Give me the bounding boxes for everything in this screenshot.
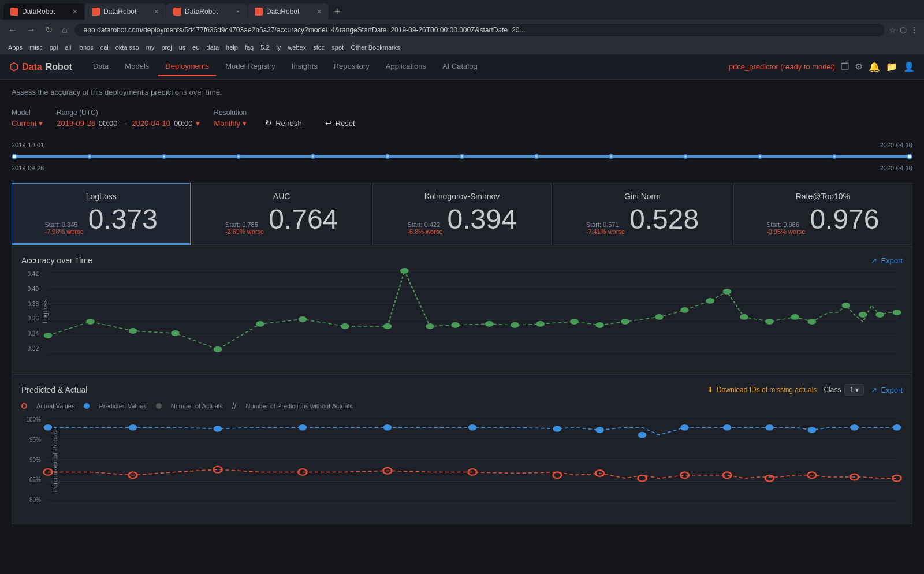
tab-1[interactable]: DataRobot × bbox=[3, 3, 84, 20]
page-content: Assess the accuracy of this deployment's… bbox=[0, 80, 924, 524]
tab-close-3[interactable]: × bbox=[236, 7, 240, 16]
bm-apps[interactable]: Apps bbox=[6, 43, 25, 52]
predicted-chart-inner: Percentage of Records bbox=[48, 416, 897, 503]
tab-close-4[interactable]: × bbox=[317, 7, 322, 16]
nav-data[interactable]: Data bbox=[86, 57, 116, 76]
bm-misc[interactable]: misc bbox=[27, 43, 45, 52]
extension-icon[interactable]: ⬡ bbox=[900, 25, 907, 35]
forward-button[interactable]: → bbox=[24, 24, 38, 36]
y-tick-5: 0.32 bbox=[28, 345, 39, 352]
timeline-dot-7 bbox=[534, 154, 539, 159]
resolution-label: Resolution bbox=[214, 109, 247, 117]
metric-rate-meta: Start: 0.986 -0.95% worse bbox=[766, 221, 805, 235]
reset-button[interactable]: ↩ Reset bbox=[321, 116, 360, 130]
resolution-dropdown[interactable]: Monthly ▾ bbox=[214, 119, 247, 128]
range-start-time: 00:00 bbox=[99, 119, 118, 128]
bm-faq[interactable]: faq bbox=[243, 43, 256, 52]
model-dropdown[interactable]: Current ▾ bbox=[12, 119, 43, 128]
metric-rate[interactable]: Rate@Top10% Start: 0.986 -0.95% worse 0.… bbox=[733, 183, 912, 245]
metric-ks[interactable]: Kolmogorov-Smirnov Start: 0.422 -6.8% wo… bbox=[372, 183, 552, 245]
y2-tick-4: 80% bbox=[29, 497, 41, 503]
nav-applications[interactable]: Applications bbox=[379, 57, 433, 76]
class-dropdown[interactable]: 1 ▾ bbox=[844, 384, 864, 396]
bm-eu[interactable]: eu bbox=[190, 43, 202, 52]
metric-gini[interactable]: Gini Norm Start: 0.571 -7.41% worse 0.52… bbox=[553, 183, 732, 245]
predicted-export-button[interactable]: ↗ Export bbox=[871, 386, 903, 394]
back-button[interactable]: ← bbox=[6, 24, 20, 36]
range-display: 2019-09-26 00:00 → 2020-04-10 00:00 ▾ bbox=[57, 119, 200, 128]
menu-icon[interactable]: ⋮ bbox=[910, 25, 918, 35]
bm-cal[interactable]: cal bbox=[98, 43, 111, 52]
share-icon[interactable]: ❐ bbox=[841, 61, 849, 72]
tab-close-1[interactable]: × bbox=[73, 7, 77, 16]
bm-lonos[interactable]: lonos bbox=[76, 43, 95, 52]
accuracy-export-button[interactable]: ↗ Export bbox=[871, 256, 903, 265]
range-value[interactable]: 2019-09-26 00:00 → 2020-04-10 00:00 ▾ bbox=[57, 119, 200, 128]
bm-other[interactable]: Other Bookmarks bbox=[348, 43, 403, 52]
tab-4[interactable]: DataRobot × bbox=[248, 3, 329, 20]
browser-icons: ☆ ⬡ ⋮ bbox=[889, 25, 918, 35]
metric-logloss-value: 0.373 bbox=[88, 203, 158, 235]
bm-help[interactable]: help bbox=[223, 43, 240, 52]
timeline-top-left: 2019-10-01 bbox=[12, 141, 44, 148]
bm-us[interactable]: us bbox=[177, 43, 188, 52]
metric-logloss[interactable]: LogLoss Start: 0.345 -7.98% worse 0.373 bbox=[12, 183, 191, 245]
notification-icon[interactable]: ⚙ bbox=[855, 61, 863, 72]
browser-chrome: DataRobot × DataRobot × DataRobot × Data… bbox=[0, 0, 924, 54]
download-actuals-button[interactable]: ⬇ Download IDs of missing actuals bbox=[707, 386, 817, 394]
svg-point-12 bbox=[129, 424, 137, 431]
reload-button[interactable]: ↻ bbox=[43, 23, 55, 36]
nav-insights[interactable]: Insights bbox=[285, 57, 325, 76]
bm-all[interactable]: all bbox=[62, 43, 73, 52]
timeline-labels-top: 2019-10-01 2020-04-10 bbox=[12, 141, 912, 151]
bm-my[interactable]: my bbox=[144, 43, 157, 52]
class-label: Class bbox=[824, 386, 841, 394]
nav-deployments[interactable]: Deployments bbox=[158, 57, 216, 76]
chart-dot-8 bbox=[383, 323, 392, 329]
chart-dot-20 bbox=[706, 298, 714, 304]
refresh-button[interactable]: ↻ Refresh bbox=[260, 116, 307, 130]
new-tab-button[interactable]: + bbox=[329, 3, 345, 20]
svg-point-11 bbox=[44, 424, 53, 431]
nav-models[interactable]: Models bbox=[118, 57, 156, 76]
home-button[interactable]: ⌂ bbox=[59, 24, 70, 36]
bm-ppl[interactable]: ppl bbox=[47, 43, 61, 52]
svg-point-20 bbox=[680, 424, 689, 431]
metric-auc[interactable]: AUC Start: 0.785 -2.69% worse 0.764 bbox=[192, 183, 371, 245]
timeline-track[interactable] bbox=[12, 155, 912, 158]
metric-logloss-inner: Start: 0.345 -7.98% worse 0.373 bbox=[21, 203, 181, 235]
timeline-bottom-right: 2020-04-10 bbox=[880, 165, 912, 172]
bm-proj[interactable]: proj bbox=[159, 43, 174, 52]
export-icon: ↗ bbox=[871, 256, 877, 265]
bm-52[interactable]: 5.2 bbox=[258, 43, 271, 52]
bm-okta[interactable]: okta sso bbox=[113, 43, 141, 52]
nav-ai-catalog[interactable]: AI Catalog bbox=[435, 57, 485, 76]
bm-spot[interactable]: spot bbox=[329, 43, 346, 52]
svg-point-13 bbox=[214, 426, 222, 432]
bm-ly[interactable]: ly bbox=[274, 43, 283, 52]
bell-icon[interactable]: 🔔 bbox=[869, 61, 880, 72]
y-tick-3: 0.36 bbox=[28, 315, 39, 322]
folder-icon[interactable]: 📁 bbox=[886, 61, 897, 72]
tab-close-2[interactable]: × bbox=[154, 7, 159, 16]
tab-2[interactable]: DataRobot × bbox=[85, 3, 166, 20]
metric-logloss-name: LogLoss bbox=[21, 192, 181, 201]
bm-data[interactable]: data bbox=[204, 43, 221, 52]
chart-dot-16 bbox=[595, 322, 604, 328]
metric-logloss-meta: Start: 0.345 -7.98% worse bbox=[45, 221, 84, 235]
timeline-dot-9 bbox=[683, 154, 688, 159]
svg-point-15 bbox=[383, 424, 392, 431]
nav-repository[interactable]: Repository bbox=[327, 57, 377, 76]
bm-sfdc[interactable]: sfdc bbox=[311, 43, 327, 52]
metric-rate-change: -0.95% worse bbox=[766, 228, 805, 235]
timeline-dot-end bbox=[907, 154, 912, 159]
nav-model-registry[interactable]: Model Registry bbox=[218, 57, 282, 76]
y2-tick-1: 95% bbox=[29, 437, 41, 443]
user-icon[interactable]: 👤 bbox=[903, 61, 915, 72]
address-input[interactable] bbox=[74, 24, 884, 36]
model-label: Model bbox=[12, 109, 43, 117]
bookmark-icon[interactable]: ☆ bbox=[889, 25, 896, 35]
timeline-dot-1 bbox=[87, 154, 92, 159]
bm-webex[interactable]: webex bbox=[285, 43, 308, 52]
tab-3[interactable]: DataRobot × bbox=[166, 3, 247, 20]
